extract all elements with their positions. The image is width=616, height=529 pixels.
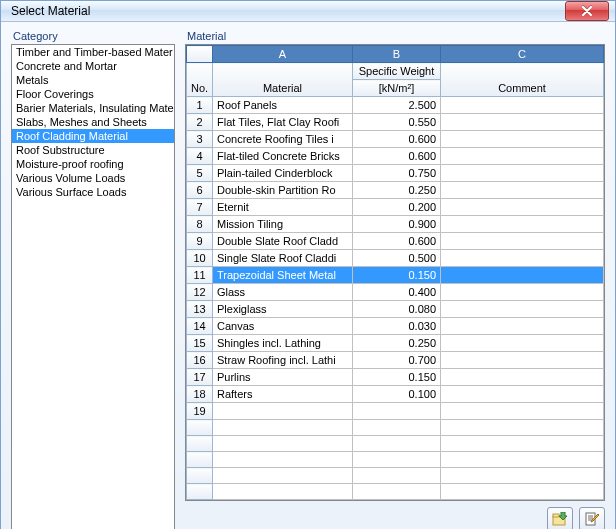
cell-comment[interactable] <box>441 386 604 403</box>
cell-material[interactable]: Flat-tiled Concrete Bricks <box>213 148 353 165</box>
category-item[interactable]: Concrete and Mortar <box>12 59 174 73</box>
table-row[interactable]: 8Mission Tiling0.900 <box>187 216 604 233</box>
cell-comment[interactable] <box>441 216 604 233</box>
cell-comment[interactable] <box>441 267 604 284</box>
category-item[interactable]: Slabs, Meshes and Sheets <box>12 115 174 129</box>
cell-material[interactable]: Double-skin Partition Ro <box>213 182 353 199</box>
cell-material[interactable]: Eternit <box>213 199 353 216</box>
row-number[interactable]: 15 <box>187 335 213 352</box>
cell-weight[interactable]: 0.150 <box>353 369 441 386</box>
category-item[interactable]: Various Volume Loads <box>12 171 174 185</box>
cell-weight[interactable]: 0.600 <box>353 233 441 250</box>
cell-material[interactable]: Purlins <box>213 369 353 386</box>
cell-weight[interactable]: 0.200 <box>353 199 441 216</box>
row-number[interactable]: 19 <box>187 403 213 420</box>
table-row[interactable]: 10Single Slate Roof Claddi0.500 <box>187 250 604 267</box>
cell-comment[interactable] <box>441 131 604 148</box>
edit-button[interactable] <box>579 507 605 529</box>
row-number[interactable]: 12 <box>187 284 213 301</box>
cell-comment[interactable] <box>441 250 604 267</box>
material-grid[interactable]: A B C No. Material Specific Weight Comme… <box>185 44 605 501</box>
category-item[interactable]: Roof Cladding Material <box>12 129 174 143</box>
cell-comment[interactable] <box>441 199 604 216</box>
cell-material[interactable]: Plexiglass <box>213 301 353 318</box>
row-number[interactable]: 3 <box>187 131 213 148</box>
row-number[interactable]: 2 <box>187 114 213 131</box>
cell-weight[interactable]: 0.750 <box>353 165 441 182</box>
table-row[interactable]: 12Glass0.400 <box>187 284 604 301</box>
table-row[interactable]: 14Canvas0.030 <box>187 318 604 335</box>
cell-weight[interactable]: 2.500 <box>353 97 441 114</box>
cell-comment[interactable] <box>441 318 604 335</box>
table-row[interactable]: 6Double-skin Partition Ro0.250 <box>187 182 604 199</box>
row-number[interactable]: 7 <box>187 199 213 216</box>
cell-comment[interactable] <box>441 165 604 182</box>
table-row[interactable]: 4Flat-tiled Concrete Bricks0.600 <box>187 148 604 165</box>
table-row[interactable]: 13Plexiglass0.080 <box>187 301 604 318</box>
cell-material[interactable]: Rafters <box>213 386 353 403</box>
table-row[interactable]: 19 <box>187 403 604 420</box>
cell-material[interactable]: Glass <box>213 284 353 301</box>
cell-comment[interactable] <box>441 233 604 250</box>
cell-weight[interactable]: 0.900 <box>353 216 441 233</box>
row-number[interactable]: 11 <box>187 267 213 284</box>
category-item[interactable]: Roof Substructure <box>12 143 174 157</box>
cell-weight[interactable]: 0.030 <box>353 318 441 335</box>
col-letter-b[interactable]: B <box>353 46 441 63</box>
table-row[interactable]: 16Straw Roofing incl. Lathi0.700 <box>187 352 604 369</box>
cell-weight[interactable]: 0.600 <box>353 131 441 148</box>
col-letter-c[interactable]: C <box>441 46 604 63</box>
row-number[interactable]: 8 <box>187 216 213 233</box>
cell-weight[interactable]: 0.600 <box>353 148 441 165</box>
cell-material[interactable]: Single Slate Roof Claddi <box>213 250 353 267</box>
category-item[interactable]: Barier Materials, Insulating Mate <box>12 101 174 115</box>
cell-weight[interactable]: 0.500 <box>353 250 441 267</box>
table-row[interactable]: 18Rafters0.100 <box>187 386 604 403</box>
cell-weight[interactable]: 0.250 <box>353 182 441 199</box>
cell-weight[interactable]: 0.550 <box>353 114 441 131</box>
cell-comment[interactable] <box>441 301 604 318</box>
cell-material[interactable]: Shingles incl. Lathing <box>213 335 353 352</box>
cell-material[interactable]: Mission Tiling <box>213 216 353 233</box>
cell-material[interactable]: Plain-tailed Cinderblock <box>213 165 353 182</box>
cell-weight[interactable]: 0.100 <box>353 386 441 403</box>
row-number[interactable]: 10 <box>187 250 213 267</box>
table-row[interactable]: 15Shingles incl. Lathing0.250 <box>187 335 604 352</box>
table-row[interactable]: 17Purlins0.150 <box>187 369 604 386</box>
cell-weight[interactable]: 0.250 <box>353 335 441 352</box>
table-row[interactable]: 11Trapezoidal Sheet Metal0.150 <box>187 267 604 284</box>
cell-comment[interactable] <box>441 97 604 114</box>
cell-comment[interactable] <box>441 148 604 165</box>
table-row[interactable]: 5Plain-tailed Cinderblock0.750 <box>187 165 604 182</box>
col-letter-a[interactable]: A <box>213 46 353 63</box>
row-number[interactable]: 5 <box>187 165 213 182</box>
col-header-comment[interactable]: Comment <box>441 63 604 97</box>
cell-material[interactable]: Straw Roofing incl. Lathi <box>213 352 353 369</box>
table-row[interactable]: 9Double Slate Roof Cladd0.600 <box>187 233 604 250</box>
cell-material[interactable]: Canvas <box>213 318 353 335</box>
col-header-weight-1[interactable]: Specific Weight <box>353 63 441 80</box>
category-listbox[interactable]: Timber and Timber-based MaterConcrete an… <box>11 44 175 529</box>
col-header-material[interactable]: Material <box>213 63 353 97</box>
cell-weight[interactable]: 0.400 <box>353 284 441 301</box>
cell-material[interactable]: Flat Tiles, Flat Clay Roofi <box>213 114 353 131</box>
cell-weight[interactable] <box>353 403 441 420</box>
table-row[interactable]: 7Eternit0.200 <box>187 199 604 216</box>
table-row[interactable]: 2Flat Tiles, Flat Clay Roofi0.550 <box>187 114 604 131</box>
row-number[interactable]: 16 <box>187 352 213 369</box>
row-number[interactable]: 13 <box>187 301 213 318</box>
cell-material[interactable] <box>213 403 353 420</box>
cell-weight[interactable]: 0.080 <box>353 301 441 318</box>
category-item[interactable]: Various Surface Loads <box>12 185 174 199</box>
col-header-no[interactable]: No. <box>187 63 213 97</box>
cell-comment[interactable] <box>441 335 604 352</box>
table-row[interactable]: 3Concrete Roofing Tiles i0.600 <box>187 131 604 148</box>
cell-material[interactable]: Concrete Roofing Tiles i <box>213 131 353 148</box>
table-row[interactable]: 1Roof Panels2.500 <box>187 97 604 114</box>
row-number[interactable]: 6 <box>187 182 213 199</box>
cell-material[interactable]: Double Slate Roof Cladd <box>213 233 353 250</box>
titlebar[interactable]: Select Material <box>1 1 615 22</box>
category-item[interactable]: Metals <box>12 73 174 87</box>
grid-corner[interactable] <box>187 46 213 63</box>
cell-comment[interactable] <box>441 403 604 420</box>
